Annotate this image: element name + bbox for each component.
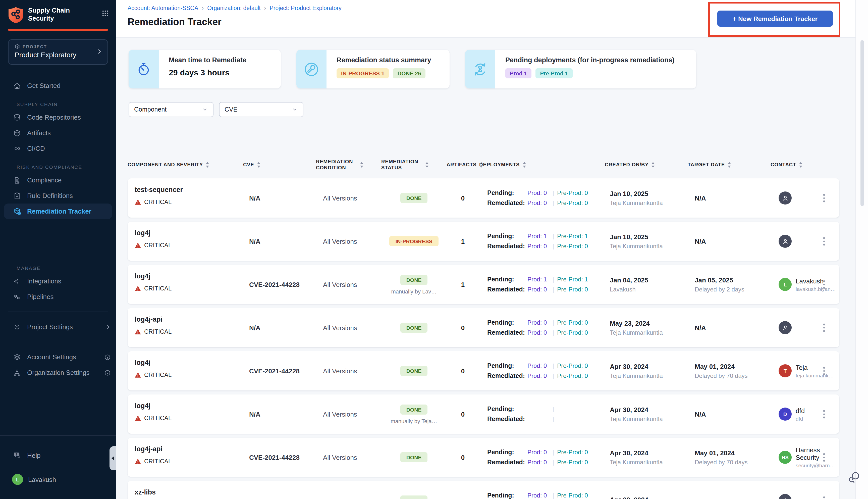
column-header-created-on-by[interactable]: CREATED ON/BY xyxy=(605,162,688,168)
column-header-artifacts[interactable]: ARTIFACTS xyxy=(447,162,479,168)
deployment-label: Pending: xyxy=(487,190,528,196)
sidebar-item-organization-settings[interactable]: Organization Settings xyxy=(0,365,116,380)
new-remediation-tracker-button[interactable]: + New Remediation Tracker xyxy=(717,11,833,27)
contact-email: lavakush.biyan… xyxy=(796,286,838,292)
sidebar-item-artifacts[interactable]: Artifacts xyxy=(0,125,116,141)
deployments-cell: Pending:Prod: 0|Pre-Prod: 0Remediated:Pr… xyxy=(479,188,605,208)
sidebar-item-integrations[interactable]: Integrations xyxy=(0,273,116,289)
scrollbar-thumb[interactable] xyxy=(860,40,864,206)
app-title: Supply Chain Security xyxy=(28,7,77,23)
column-header-cve[interactable]: CVE xyxy=(243,162,316,168)
deployment-line: Remediated:Prod: 0|Pre-Prod: 0 xyxy=(487,241,605,251)
breadcrumb-separator-icon: › xyxy=(264,4,266,12)
help-chat-icon: ? xyxy=(13,451,22,459)
row-menu-button kebab-menu-icon[interactable] xyxy=(821,279,826,290)
deployment-label: Pending: xyxy=(487,492,528,499)
column-header-label: COMPONENT AND SEVERITY xyxy=(127,162,203,168)
cve-filter-select[interactable]: CVE xyxy=(219,102,303,117)
sidebar-user-menu[interactable]: L Lavakush xyxy=(0,472,116,487)
sidebar-item-ci-cd[interactable]: CI/CD xyxy=(0,141,116,156)
row-menu-button kebab-menu-icon[interactable] xyxy=(821,452,826,463)
kebab-dot xyxy=(823,367,825,369)
sidebar-item-account-settings[interactable]: Account Settings xyxy=(0,349,116,365)
column-header-deployments[interactable]: DEPLOYMENTS xyxy=(479,162,605,168)
preprod-count: Pre-Prod: 0 xyxy=(557,319,588,326)
contact-avatar: T xyxy=(779,364,792,377)
deployment-label: Remediated: xyxy=(487,459,528,466)
cve-cell: CVE-2021-44228 xyxy=(243,281,316,288)
prod-count: Prod: 0 xyxy=(528,329,553,336)
kebab-dot xyxy=(823,284,825,285)
contact-cell: TTejateja.kummarik… xyxy=(771,364,839,378)
sidebar-item-get-started[interactable]: Get Started xyxy=(0,78,116,94)
sidebar-item-project-settings[interactable]: Project Settings xyxy=(0,319,116,335)
deployment-label: Pending: xyxy=(487,405,528,413)
integrations-icon xyxy=(13,277,22,285)
deployment-separator: | xyxy=(553,199,554,207)
row-menu-button kebab-menu-icon[interactable] xyxy=(821,193,826,204)
kebab-dot xyxy=(823,327,825,329)
sidebar-nav: Get StartedSUPPLY CHAINCode Repositories… xyxy=(0,78,116,380)
preprod-count: Pre-Prod: 1 xyxy=(557,276,588,283)
kebab-dot xyxy=(823,197,825,199)
sort-icon xyxy=(727,162,731,168)
sidebar-item-label: Compliance xyxy=(27,177,62,184)
row-menu-button kebab-menu-icon[interactable] xyxy=(821,495,826,499)
row-menu-button kebab-menu-icon[interactable] xyxy=(821,322,826,333)
target-date: May 01, 2024 xyxy=(695,449,771,457)
pending-deployments-icon xyxy=(465,50,495,88)
status-summary-card: Remediation status summary IN-PROGRESS 1… xyxy=(296,50,449,88)
sidebar-item-help[interactable]: ? Help xyxy=(0,448,116,463)
column-header-remediation-condition[interactable]: REMEDIATION CONDITION xyxy=(316,159,381,171)
contact-cell: HSHarness Securitysecurity@harn… xyxy=(771,446,839,468)
sidebar-collapse-button[interactable] xyxy=(110,446,116,470)
created-date: Apr 08, 2024 xyxy=(610,496,688,499)
sidebar-item-code-repositories[interactable]: Code Repositories xyxy=(0,110,116,125)
prod-count: Prod: 0 xyxy=(528,190,553,196)
cve-cell: CVE-2021-44228 xyxy=(243,367,316,375)
component-filter-select[interactable]: Component xyxy=(128,102,213,117)
status-badge: DONE xyxy=(400,496,428,499)
table-row: log4jCRITICALCVE-2021-44228All VersionsD… xyxy=(127,265,839,304)
sidebar-item-compliance[interactable]: Compliance xyxy=(0,172,116,188)
contact-avatar: D xyxy=(779,407,792,421)
row-menu-button kebab-menu-icon[interactable] xyxy=(821,236,826,247)
column-header-component-and-severity[interactable]: COMPONENT AND SEVERITY xyxy=(127,162,243,168)
filter-label: CVE xyxy=(224,106,237,113)
created-date: Apr 30, 2024 xyxy=(610,406,688,413)
breadcrumb-link[interactable]: Organization: default xyxy=(207,5,260,11)
row-menu-button kebab-menu-icon[interactable] xyxy=(821,409,826,420)
sidebar-item-label: Remediation Tracker xyxy=(27,208,91,215)
column-header-target-date[interactable]: TARGET DATE xyxy=(688,162,771,168)
page-scrollbar[interactable] xyxy=(855,0,868,499)
grid-icon[interactable] xyxy=(101,10,109,17)
code-repositories-icon xyxy=(13,113,22,122)
table-body: test-sequencerCRITICALN/AAll VersionsDON… xyxy=(127,179,839,499)
column-header-contact[interactable]: CONTACT xyxy=(771,162,839,168)
deployment-label: Pending: xyxy=(487,319,528,326)
page-title: Remediation Tracker xyxy=(127,16,222,28)
component-cell: log4j-apiCRITICAL xyxy=(127,438,243,465)
preprod-count: Pre-Prod: 0 xyxy=(557,329,588,336)
sidebar-item-rule-definitions[interactable]: Rule Definitions xyxy=(0,188,116,204)
component-cell: test-sequencerCRITICAL xyxy=(127,179,243,206)
support-chat-icon[interactable] xyxy=(847,470,861,484)
deployment-separator: | xyxy=(553,492,554,499)
sidebar-item-pipelines[interactable]: Pipelines xyxy=(0,289,116,305)
artifacts-cell: 0 xyxy=(447,410,479,418)
sidebar-item-remediation-tracker[interactable]: Remediation Tracker xyxy=(4,204,112,219)
deployments-cell: Pending:Prod: 0|Pre-Prod: 0Remediated:| xyxy=(479,490,605,499)
deployment-line: Pending:Prod: 0|Pre-Prod: 0 xyxy=(487,318,605,328)
contact-name: Lavakush xyxy=(796,277,838,285)
project-selector[interactable]: PROJECT Product Exploratory xyxy=(8,39,108,65)
sidebar-item-label: Project Settings xyxy=(27,323,73,331)
summary-badge: DONE 26 xyxy=(393,68,425,78)
breadcrumb-link[interactable]: Account: Automation-SSCA xyxy=(127,5,198,11)
prod-count: Prod: 0 xyxy=(528,362,553,369)
target-date-cell: N/A xyxy=(688,410,771,418)
breadcrumb-link[interactable]: Project: Product Exploratory xyxy=(270,5,342,11)
row-menu-button kebab-menu-icon[interactable] xyxy=(821,365,826,377)
chevron-down-icon xyxy=(202,107,208,112)
column-header-remediation-status[interactable]: REMEDIATION STATUS xyxy=(381,159,447,171)
severity-label: CRITICAL xyxy=(144,242,172,249)
